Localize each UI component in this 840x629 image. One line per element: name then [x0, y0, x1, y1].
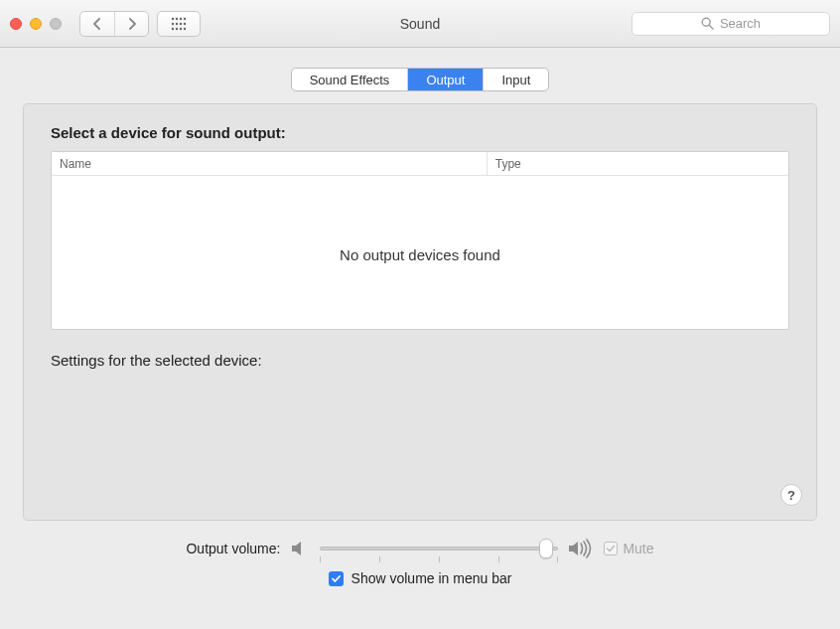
minimize-window-button[interactable] — [30, 18, 42, 30]
content: Sound Effects Output Input Select a devi… — [0, 48, 840, 606]
tab-input[interactable]: Input — [484, 69, 548, 90]
window-controls — [10, 18, 62, 30]
help-button[interactable]: ? — [780, 484, 802, 506]
svg-point-3 — [184, 17, 186, 19]
output-volume-row: Output volume: — [186, 539, 653, 558]
svg-point-11 — [184, 27, 186, 29]
svg-point-9 — [176, 27, 178, 29]
device-table-header: Name Type — [52, 152, 788, 176]
output-panel: Select a device for sound output: Name T… — [23, 103, 817, 521]
slider-track — [320, 547, 558, 550]
mute-checkbox[interactable]: Mute — [604, 541, 653, 556]
search-input[interactable]: Search — [631, 12, 830, 36]
settings-for-device-label: Settings for the selected device: — [51, 352, 789, 369]
svg-point-0 — [172, 17, 174, 19]
speaker-high-icon — [568, 539, 594, 558]
bottom-controls: Output volume: — [23, 539, 817, 586]
column-name[interactable]: Name — [52, 157, 487, 171]
svg-point-1 — [176, 17, 178, 19]
svg-point-10 — [180, 27, 182, 29]
search-wrap: Search — [631, 12, 830, 36]
help-icon: ? — [787, 488, 795, 503]
show-volume-menubar-checkbox[interactable]: Show volume in menu bar — [329, 570, 512, 586]
svg-point-6 — [180, 22, 182, 24]
checkbox-checked-icon — [329, 571, 344, 586]
select-device-label: Select a device for sound output: — [51, 124, 789, 141]
device-table[interactable]: Name Type No output devices found — [51, 151, 789, 330]
search-placeholder: Search — [720, 16, 761, 31]
svg-point-8 — [172, 27, 174, 29]
mute-label: Mute — [623, 541, 653, 556]
tabs-row: Sound Effects Output Input — [23, 68, 817, 91]
svg-point-4 — [172, 22, 174, 24]
device-table-empty: No output devices found — [52, 246, 788, 263]
close-window-button[interactable] — [10, 18, 22, 30]
speaker-low-icon — [290, 540, 310, 557]
tab-sound-effects[interactable]: Sound Effects — [292, 69, 409, 90]
svg-point-7 — [184, 22, 186, 24]
svg-point-5 — [176, 22, 178, 24]
slider-ticks — [320, 556, 558, 562]
checkbox-box — [604, 542, 618, 555]
svg-point-2 — [180, 17, 182, 19]
zoom-window-button[interactable] — [50, 18, 62, 30]
nav-forward-button[interactable] — [114, 12, 148, 36]
svg-line-13 — [709, 25, 713, 29]
output-volume-slider[interactable] — [320, 539, 558, 558]
show-volume-menubar-label: Show volume in menu bar — [351, 570, 512, 586]
tabs: Sound Effects Output Input — [291, 68, 550, 91]
column-type[interactable]: Type — [487, 152, 788, 175]
nav-back-forward — [79, 11, 149, 37]
slider-knob[interactable] — [539, 539, 553, 558]
tab-output[interactable]: Output — [408, 69, 484, 90]
show-all-prefs-button[interactable] — [157, 11, 201, 37]
nav-back-button[interactable] — [80, 12, 114, 36]
titlebar: Sound Search — [0, 0, 840, 48]
output-volume-label: Output volume: — [186, 541, 280, 556]
search-icon — [701, 17, 714, 30]
